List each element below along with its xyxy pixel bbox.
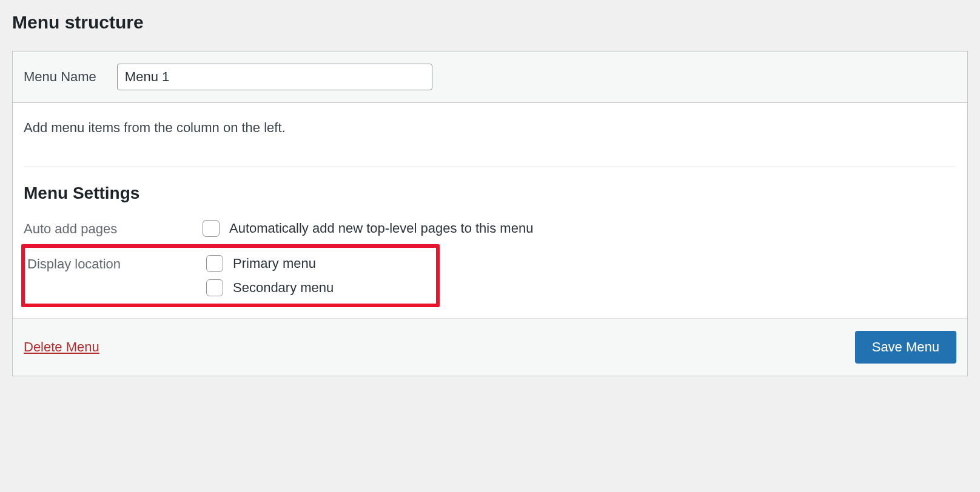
auto-add-pages-options: Automatically add new top-level pages to… [203, 220, 533, 237]
secondary-menu-checkbox-label: Secondary menu [233, 280, 334, 296]
panel-footer: Delete Menu Save Menu [13, 318, 967, 376]
save-menu-button[interactable]: Save Menu [855, 331, 956, 364]
secondary-menu-option: Secondary menu [206, 279, 334, 296]
menu-name-input[interactable] [117, 64, 432, 90]
auto-add-pages-option: Automatically add new top-level pages to… [203, 220, 533, 237]
display-location-row: Display location Primary menu Secondary … [27, 254, 434, 298]
auto-add-pages-checkbox[interactable] [203, 220, 220, 237]
panel-header: Menu Name [13, 52, 967, 103]
menu-settings-title: Menu Settings [24, 184, 956, 203]
auto-add-pages-checkbox-label: Automatically add new top-level pages to… [229, 221, 533, 236]
menu-name-label: Menu Name [24, 69, 96, 85]
primary-menu-option: Primary menu [206, 255, 334, 272]
panel-body: Add menu items from the column on the le… [13, 103, 967, 318]
display-location-options: Primary menu Secondary menu [206, 255, 334, 296]
secondary-menu-checkbox[interactable] [206, 279, 223, 296]
delete-menu-link[interactable]: Delete Menu [24, 339, 99, 355]
help-text: Add menu items from the column on the le… [24, 120, 956, 136]
primary-menu-checkbox-label: Primary menu [233, 256, 316, 271]
auto-add-pages-row: Auto add pages Automatically add new top… [24, 219, 956, 238]
primary-menu-checkbox[interactable] [206, 255, 223, 272]
menu-structure-panel: Menu Name Add menu items from the column… [12, 51, 968, 376]
auto-add-pages-label: Auto add pages [24, 220, 203, 237]
display-location-highlight: Display location Primary menu Secondary … [21, 244, 440, 307]
display-location-label: Display location [27, 255, 206, 272]
page-title: Menu structure [12, 12, 968, 33]
divider [24, 166, 956, 167]
